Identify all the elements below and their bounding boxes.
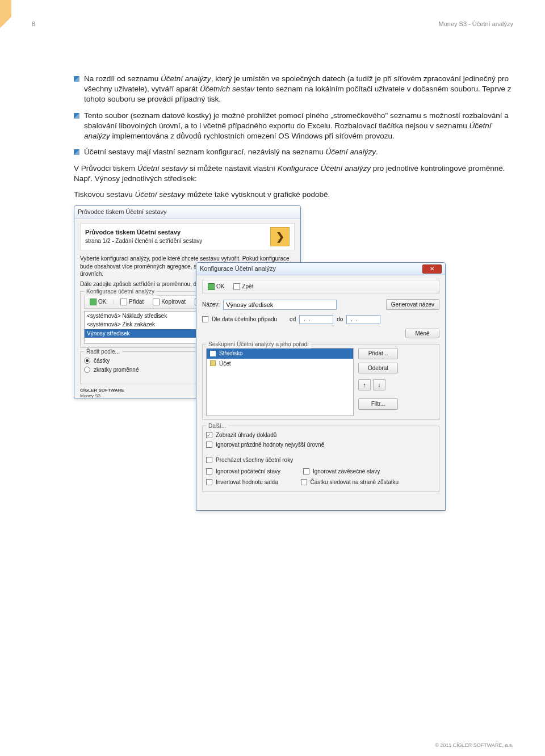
brand-name: CÍGLER SOFTWARE	[80, 388, 124, 393]
add-grouping-button[interactable]: Přidat...	[358, 348, 398, 359]
checkbox-label: Zobrazit úhrady dokladů	[216, 431, 276, 439]
group-grouping: Seskupení Účetní analýzy a jeho pořadí S…	[202, 344, 439, 420]
folder-icon	[210, 351, 216, 356]
opt2-checkbox[interactable]	[206, 442, 212, 448]
group-more: Další... Zobrazit úhrady dokladů Ignorov…	[202, 426, 439, 492]
text: můžete také vytisknout v grafické podobě…	[185, 190, 330, 199]
opt1-checkbox[interactable]	[206, 432, 212, 438]
wizard-header: Průvodce tiskem Účetní sestavy strana 1/…	[80, 223, 295, 250]
title-text: Konfigurace Účetní analýzy	[200, 265, 276, 272]
generate-name-button[interactable]: Generovat název	[386, 299, 439, 310]
back-button[interactable]: Zpět	[230, 282, 256, 292]
text: Tento soubor (seznam datové kostky) je m…	[84, 111, 509, 130]
bullet-1: Na rozdíl od seznamu Účetní analýzy, kte…	[74, 74, 517, 105]
group-legend: Řadit podle...	[84, 348, 122, 356]
checkbox-label: Dle data účetního případu	[212, 316, 277, 324]
wizard-header-text: Průvodce tiskem Účetní sestavy strana 1/…	[85, 228, 202, 245]
opt3-checkbox[interactable]	[206, 457, 212, 463]
checkbox-label: Ignorovat prázdné hodnoty nejvyšší úrovn…	[216, 441, 324, 449]
label: Kopírovat	[161, 298, 186, 306]
opt4-checkbox[interactable]	[206, 468, 212, 474]
copy-button[interactable]: Kopírovat	[150, 297, 188, 307]
move-up-button[interactable]: ↑	[358, 379, 371, 390]
italic: Konfigurace Účetní analýzy	[278, 164, 371, 173]
radio-label: zkratky proměnné	[94, 366, 139, 374]
text: Tiskovou sestavu	[74, 190, 135, 199]
text: Účetní sestavy mají vlastní seznam konfi…	[84, 148, 325, 156]
paragraph-1: V Průvodci tiskem Účetní sestavy si může…	[74, 163, 517, 184]
grouping-buttons: Přidat... Odebrat ↑ ↓ Filtr...	[358, 348, 398, 410]
ok-button[interactable]: OK	[87, 297, 109, 307]
copy-icon	[153, 299, 160, 305]
page-accent	[0, 0, 11, 45]
window-title: Průvodce tiskem Účetní sestavy	[74, 206, 300, 219]
config-dialog: Konfigurace Účetní analýzy ✕ OK Zpět Náz…	[196, 262, 446, 511]
label: OK	[98, 298, 106, 306]
list-item-selected[interactable]: Středisko	[207, 348, 353, 359]
name-input[interactable]	[223, 300, 337, 310]
label: Přidat	[129, 298, 144, 306]
date-filter-checkbox[interactable]	[202, 316, 208, 322]
list-item[interactable]: Účet	[207, 359, 353, 369]
group-legend: Konfigurace účetní analýzy	[84, 288, 157, 296]
window-title: Konfigurace Účetní analýzy ✕	[196, 263, 445, 275]
remove-grouping-button[interactable]: Odebrat	[358, 363, 398, 374]
to-label: do	[337, 316, 343, 324]
opt6-checkbox[interactable]	[206, 479, 212, 485]
label: OK	[216, 283, 224, 291]
close-button[interactable]: ✕	[422, 264, 442, 274]
doc-title: Money S3 - Účetní analýzy	[439, 20, 513, 27]
wizard-subtitle: strana 1/2 - Zadání členění a setřídění …	[85, 238, 202, 244]
name-label: Název:	[202, 301, 220, 309]
less-button[interactable]: Méně	[405, 329, 439, 339]
ok-button[interactable]: OK	[205, 282, 227, 292]
group-legend: Seskupení Účetní analýzy a jeho pořadí	[206, 341, 311, 348]
text: V Průvodci tiskem	[74, 164, 137, 173]
text: implementována z důvodů rychlostních ome…	[110, 132, 395, 140]
bullet-2: Tento soubor (seznam datové kostky) je m…	[74, 111, 517, 142]
italic: Účetní sestavy	[135, 190, 186, 199]
date-to-input[interactable]	[346, 315, 380, 324]
back-icon	[233, 283, 240, 290]
group-legend: Další...	[206, 422, 228, 430]
check-icon	[208, 283, 215, 290]
radio-label: částky	[94, 357, 110, 365]
checkbox-label: Ignorovat počáteční stavy	[216, 468, 280, 476]
radio-variable[interactable]	[84, 367, 90, 373]
opt5-checkbox[interactable]	[303, 468, 309, 474]
date-from-input[interactable]	[299, 315, 333, 324]
text: si můžete nastavit vlastní	[187, 164, 277, 173]
bullet-3: Účetní sestavy mají vlastní seznam konfi…	[74, 147, 517, 157]
paragraph-2: Tiskovou sestavu Účetní sestavy můžete t…	[74, 190, 517, 200]
italic: Účetní analýzy	[161, 74, 211, 83]
italic: Účetní analýzy	[325, 148, 376, 156]
from-label: od	[290, 316, 296, 324]
wizard-title: Průvodce tiskem Účetní sestavy	[85, 228, 202, 237]
grouping-list[interactable]: Středisko Účet	[206, 348, 354, 416]
add-button[interactable]: Přidat	[118, 297, 146, 307]
opt7-checkbox[interactable]	[301, 479, 307, 485]
page-footer: © 2011 CÍGLER SOFTWARE, a.s.	[435, 742, 513, 748]
window-body: OK Zpět Název: Generovat název Dle data …	[196, 275, 445, 500]
italic: Účetních sestav	[200, 85, 254, 93]
italic: Účetní sestavy	[137, 164, 188, 173]
checkbox-label: Částku sledovat na straně zůstatku	[311, 478, 399, 486]
filter-button[interactable]: Filtr...	[358, 398, 398, 410]
check-icon	[90, 299, 97, 305]
checkbox-label: Invertovat hodnotu salda	[216, 478, 278, 486]
text: Na rozdíl od seznamu	[84, 74, 161, 83]
label: Středisko	[219, 350, 243, 358]
radio-amount[interactable]	[84, 358, 90, 364]
label: Účet	[219, 360, 231, 368]
text: .	[376, 148, 378, 156]
main-content: Na rozdíl od seznamu Účetní analýzy, kte…	[74, 74, 517, 512]
checkbox-label: Procházet všechny účetní roky	[216, 456, 293, 464]
folder-icon	[210, 360, 216, 366]
wizard-icon: ❯	[270, 227, 290, 246]
label: Zpět	[242, 283, 253, 291]
move-down-button[interactable]: ↓	[373, 379, 385, 390]
screenshot-region: Průvodce tiskem Účetní sestavy Průvodce …	[74, 205, 505, 512]
dialog-toolbar: OK Zpět	[202, 280, 439, 293]
checkbox-label: Ignorovat závěsečné stavy	[313, 468, 380, 476]
doc-icon	[120, 299, 127, 305]
